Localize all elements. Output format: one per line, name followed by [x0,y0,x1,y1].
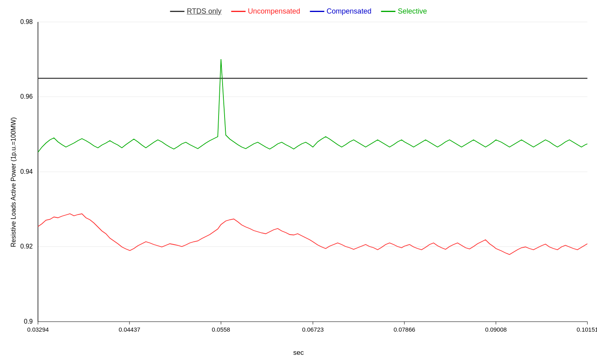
svg-text:0.0558: 0.0558 [212,326,230,333]
svg-text:0.07866: 0.07866 [394,326,415,333]
svg-text:0.09008: 0.09008 [485,326,507,333]
svg-text:0.03294: 0.03294 [27,326,49,333]
chart-container: RTDS only Uncompensated Compensated Sele… [0,0,597,364]
svg-text:0.98: 0.98 [20,18,33,25]
svg-text:0.04437: 0.04437 [119,326,140,333]
svg-text:0.06723: 0.06723 [302,326,324,333]
chart-svg: 0.98 0.96 0.94 0.92 0.9 0.03294 0.04437 … [0,0,597,364]
svg-text:0.96: 0.96 [20,93,33,100]
svg-text:0.92: 0.92 [20,243,33,250]
svg-text:0.9: 0.9 [24,318,33,325]
svg-text:0.94: 0.94 [20,168,33,175]
svg-text:0.10151: 0.10151 [577,326,597,333]
